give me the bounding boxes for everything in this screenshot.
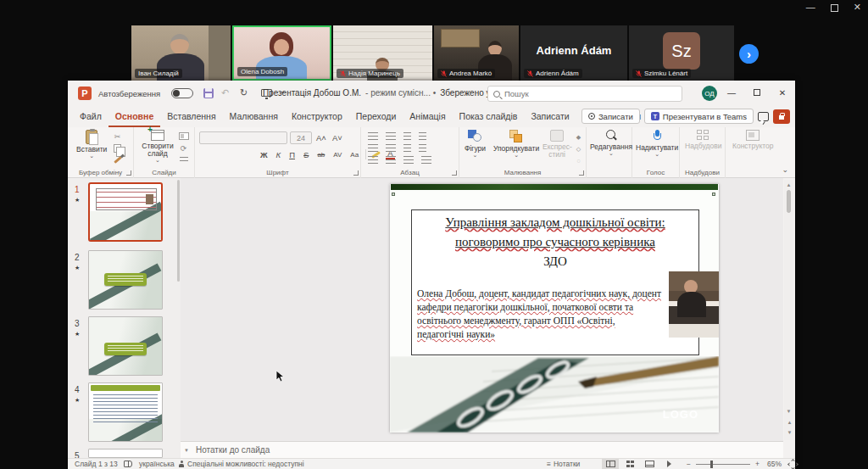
save-icon[interactable]: [203, 88, 214, 98]
next-slide-button[interactable]: ▼: [784, 430, 793, 436]
autosave-toggle[interactable]: [171, 88, 193, 98]
slide-thumbnail-2[interactable]: [88, 250, 163, 310]
align-left-icon[interactable]: [368, 156, 378, 164]
decrease-font-button[interactable]: A˅: [331, 133, 344, 142]
bullets-icon[interactable]: [368, 132, 378, 140]
justify-icon[interactable]: [421, 156, 431, 164]
zoom-restore-button[interactable]: [831, 4, 838, 12]
tab-design[interactable]: Конструктор: [285, 108, 349, 127]
zoom-minimize-button[interactable]: —: [806, 2, 815, 13]
normal-view-button[interactable]: [602, 459, 619, 469]
ppt-restore-button[interactable]: [744, 81, 770, 104]
video-tile-nadia[interactable]: Надія Маринець: [333, 25, 432, 81]
scrollbar-thumb[interactable]: [787, 190, 791, 213]
zoom-level[interactable]: 65%: [767, 460, 782, 468]
slide-thumbnail-5[interactable]: [88, 449, 163, 458]
cut-button[interactable]: ✂: [112, 131, 123, 141]
quick-styles-button[interactable]: Експрес-стилі: [542, 130, 571, 159]
increase-indent-icon[interactable]: [386, 144, 396, 152]
next-participants-button[interactable]: ›: [739, 44, 759, 64]
dialog-launcher-icon[interactable]: [579, 170, 584, 176]
paste-button[interactable]: Вставити ⌄: [76, 130, 107, 159]
tab-home[interactable]: Основне: [108, 108, 160, 127]
new-slide-button[interactable]: Створити слайд ⌄: [139, 130, 176, 163]
shape-outline-icon[interactable]: ◇: [573, 144, 584, 154]
selection-handle[interactable]: [392, 193, 395, 196]
tab-record[interactable]: Записати: [524, 108, 576, 127]
video-tile-szimku[interactable]: Sz Szimku Lénárt: [629, 25, 734, 81]
scroll-down-icon[interactable]: ▼: [784, 409, 793, 415]
redo-button[interactable]: ↻: [240, 87, 248, 98]
slide-sorter-view-button[interactable]: [621, 459, 638, 469]
tab-animations[interactable]: Анімація: [403, 108, 452, 127]
shape-effects-icon[interactable]: ◌: [573, 156, 584, 165]
tab-transitions[interactable]: Переходи: [349, 108, 403, 127]
columns-icon[interactable]: [403, 144, 411, 152]
slide-canvas[interactable]: Управління закладом дошкільної освіти: п…: [390, 184, 719, 433]
addins-button[interactable]: Надбудови: [685, 130, 721, 150]
tab-file[interactable]: Файл: [73, 108, 108, 127]
notes-splitter-icon[interactable]: ▼: [184, 448, 189, 453]
spellcheck-button[interactable]: [124, 459, 132, 469]
slide-top-bar-shape[interactable]: [391, 184, 718, 190]
reading-view-button[interactable]: [641, 459, 658, 469]
copy-button[interactable]: [112, 143, 123, 153]
zoom-slider-thumb[interactable]: [710, 461, 713, 468]
undo-button[interactable]: ↶: [221, 87, 229, 98]
format-painter-button[interactable]: [112, 155, 123, 165]
strikethrough-button[interactable]: S: [302, 150, 310, 159]
author-photo[interactable]: [669, 271, 719, 338]
slideshow-view-button[interactable]: [660, 459, 677, 469]
selection-handle[interactable]: [712, 193, 715, 196]
tab-insert[interactable]: Вставлення: [160, 108, 222, 127]
tab-draw[interactable]: Малювання: [223, 108, 285, 127]
slide-text-box[interactable]: Управління закладом дошкільної освіти: п…: [411, 209, 699, 355]
accessibility-button[interactable]: Спеціальні можливості: недоступні: [178, 459, 304, 469]
language-button[interactable]: українська: [139, 459, 175, 469]
thumbnail-scrollbar[interactable]: [177, 180, 180, 282]
decrease-indent-icon[interactable]: [368, 144, 378, 152]
zoom-close-button[interactable]: ✕: [854, 2, 861, 13]
dialog-launcher-icon[interactable]: [353, 170, 359, 176]
record-button[interactable]: Записати: [581, 109, 640, 124]
align-right-icon[interactable]: [403, 156, 414, 164]
dialog-launcher-icon[interactable]: [452, 170, 457, 176]
collapse-ribbon-button[interactable]: ⌄: [782, 165, 788, 174]
zoom-in-button[interactable]: +: [755, 460, 760, 468]
character-spacing-button[interactable]: AV: [331, 151, 343, 159]
line-spacing-icon[interactable]: [419, 132, 426, 140]
underline-button[interactable]: П: [287, 150, 297, 159]
ppt-minimize-button[interactable]: —: [719, 81, 744, 104]
section-button[interactable]: [178, 155, 189, 165]
notes-toggle-button[interactable]: ≡ Нотатки: [547, 459, 580, 469]
video-tile-olena-active-speaker[interactable]: Olena Dobosh: [232, 25, 331, 81]
user-avatar[interactable]: ОД: [702, 86, 717, 101]
slide-layout-button[interactable]: [178, 131, 189, 141]
slide-thumbnail-4[interactable]: [88, 382, 163, 442]
ppt-close-button[interactable]: ✕: [770, 81, 795, 104]
numbering-icon[interactable]: [386, 132, 396, 140]
zoom-slider[interactable]: [696, 464, 750, 465]
text-shadow-button[interactable]: ab: [315, 151, 326, 159]
zoom-out-button[interactable]: −: [687, 460, 691, 468]
text-direction-icon[interactable]: [419, 144, 426, 152]
align-center-icon[interactable]: [386, 156, 396, 164]
italic-button[interactable]: К: [275, 150, 283, 159]
comments-button[interactable]: [758, 112, 769, 121]
video-tile-andrea[interactable]: Andrea Markó: [434, 25, 519, 81]
fit-slide-button[interactable]: [787, 459, 798, 469]
increase-font-button[interactable]: A˄: [314, 133, 328, 142]
tab-slideshow[interactable]: Показ слайдів: [453, 108, 525, 127]
search-input[interactable]: [504, 89, 676, 98]
video-tile-adrienn[interactable]: Adrienn Ádám Adrienn Ádám: [520, 25, 627, 81]
shapes-button[interactable]: Фігури ⌄: [465, 130, 486, 158]
notes-bar[interactable]: ▼ Нотатки до слайда: [181, 441, 783, 458]
arrange-button[interactable]: Упорядкувати ⌄: [493, 130, 539, 158]
share-button[interactable]: [773, 109, 790, 124]
present-in-teams-button[interactable]: TПрезентувати в Teams: [644, 109, 754, 124]
dictate-button[interactable]: Надиктувати ⌄: [636, 130, 678, 157]
video-tile-ivan[interactable]: Іван Силадій: [131, 25, 231, 81]
reset-slide-button[interactable]: ⟳: [178, 143, 189, 153]
change-case-button[interactable]: Aa: [348, 151, 360, 159]
scroll-up-icon[interactable]: ▲: [784, 182, 793, 188]
